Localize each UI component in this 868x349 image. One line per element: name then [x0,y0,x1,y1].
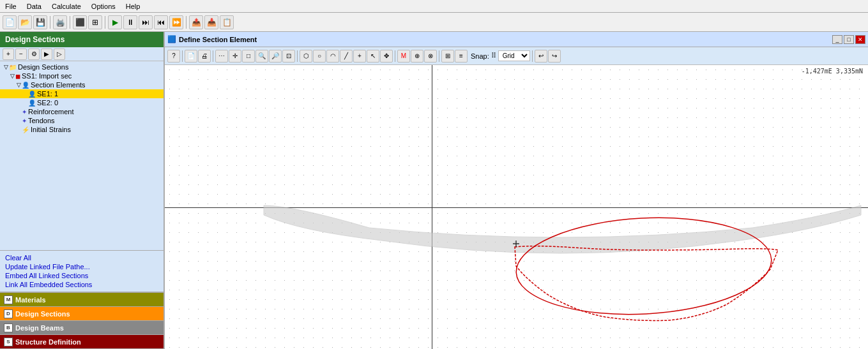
tree-root[interactable]: ▽ 📁 Design Sections [0,63,164,71]
open-button[interactable]: 📂 [18,15,32,29]
grid-button[interactable]: ⊞ [88,15,102,29]
canvas-title: 🟦 Define Section Element [167,35,257,43]
menu-data[interactable]: Data [22,1,47,11]
materials-icon: M [4,295,13,304]
fit-btn[interactable]: ⊡ [282,50,295,63]
nav-design-beams[interactable]: B Design Beams [0,321,164,335]
ctb-sep-1 [182,50,183,62]
print-section-btn[interactable]: 🖨 [198,50,211,63]
menu-help[interactable]: Help [121,1,146,11]
reinf-btn[interactable]: ⊕ [411,50,423,63]
menu-file[interactable]: File [0,1,22,11]
link-embed-all[interactable]: Embed All Linked Sections [5,271,158,280]
ctb-sep-5 [439,50,439,62]
maximize-button[interactable]: □ [844,35,854,44]
tree-se2[interactable]: 👤 SE2: 0 [0,98,164,107]
lp-tb-3[interactable]: ⚙ [28,48,40,60]
link-clear-all[interactable]: Clear All [5,253,158,262]
canvas-header: 🟦 Define Section Element _ □ ✕ [165,32,868,47]
save-button[interactable]: 💾 [33,15,47,29]
canvas-area[interactable]: -1,427mE 3,335mN [165,65,868,349]
draw-circle-btn[interactable]: ○ [313,50,326,63]
tree-is-label: Initial Strains [31,126,71,133]
tb-btn-5[interactable]: ⏭ [139,15,153,29]
redo-btn[interactable]: ↪ [548,50,561,63]
remove-button[interactable]: − [15,48,27,60]
snap-label: Snap: [471,52,489,60]
help-btn[interactable]: ? [167,50,180,63]
zoom-out-btn[interactable]: 🔎 [269,50,282,63]
lp-tb-4[interactable]: ▶ [41,48,52,60]
expand-ss1[interactable]: ▽ [9,73,15,79]
nav-design-sections-label: Design Sections [15,310,70,318]
export-button[interactable]: 📤 [189,15,203,29]
tree-ss1[interactable]: ▽ ◼ SS1: Import sec [0,71,164,80]
import-button[interactable]: 📥 [204,15,218,29]
expand-se[interactable]: ▽ [15,82,22,88]
main-toolbar: 📄 📂 💾 🖨️ ⬛ ⊞ ▶ ⏸ ⏭ ⏮ ⏩ 📤 📥 📋 [0,13,868,32]
elements-icon: 👤 [22,82,29,89]
links-section: Clear All Update Linked File Pathe... Em… [0,250,164,292]
ctb-sep-2 [213,50,213,62]
tree-se2-label: SE2: 0 [37,99,58,107]
table-view-btn[interactable]: ⊞ [441,50,454,63]
reinforcement-icon: ✦ [22,108,27,115]
tendon-btn[interactable]: ⊗ [424,50,437,63]
select-button[interactable]: ⬛ [73,15,87,29]
menu-bar: File Data Calculate Options Help [0,0,868,13]
se1-icon: 👤 [28,91,36,98]
run-button[interactable]: ▶ [108,15,122,29]
link-update-linked[interactable]: Update Linked File Pathe... [5,262,158,271]
lp-tb-5[interactable]: ▷ [54,48,65,60]
tree-section-elements[interactable]: ▽ 👤 Section Elements [0,80,164,89]
draw-line-btn[interactable]: ╱ [340,50,353,63]
cross-btn[interactable]: ✛ [229,50,241,63]
dot-grid-btn[interactable]: ⋯ [215,50,228,63]
zoom-in-btn[interactable]: 🔍 [255,50,268,63]
new-button[interactable]: 📄 [3,15,17,29]
left-panel-title: Design Sections [5,35,65,44]
canvas-toolbar: ? 📄 🖨 ⋯ ✛ □ 🔍 🔎 ⊡ ⬡ ○ ◠ ╱ + ↖ ✥ M ⊕ ⊗ ⊞ … [165,47,868,65]
draw-poly-btn[interactable]: ⬡ [300,50,312,63]
tree-initial-strains[interactable]: ⚡ Initial Strains [0,125,164,134]
tb-btn-6[interactable]: ⏮ [154,15,168,29]
table-button[interactable]: 📋 [220,15,234,29]
tb-btn-7[interactable]: ⏩ [169,15,183,29]
draw-pt-btn[interactable]: + [353,50,366,63]
move-btn[interactable]: ✥ [380,50,393,63]
svg-point-0 [514,212,773,321]
add-button[interactable]: + [3,48,14,60]
draw-arc-btn[interactable]: ◠ [326,50,339,63]
nav-materials-label: Materials [15,296,46,304]
tb-btn-4[interactable]: ⏸ [123,15,137,29]
design-sections-icon: D [4,309,13,318]
ctb-sep-3 [297,50,298,62]
tree-se1[interactable]: 👤 SE1: 1 [0,89,164,98]
snap-icon: ⠿ [491,52,496,60]
nav-design-beams-label: Design Beams [15,324,64,332]
nav-design-sections[interactable]: D Design Sections [0,307,164,321]
new-section-btn[interactable]: 📄 [185,50,197,63]
expand-root[interactable]: ▽ [3,64,9,70]
left-panel: Design Sections + − ⚙ ▶ ▷ ▽ 📁 Design Sec… [0,32,165,349]
rect-btn[interactable]: □ [242,50,255,63]
undo-btn[interactable]: ↩ [535,50,547,63]
menu-calculate[interactable]: Calculate [47,1,86,11]
tree-root-label: Design Sections [18,63,69,71]
minimize-button[interactable]: _ [832,35,842,44]
link-link-all[interactable]: Link All Embedded Sections [5,280,158,289]
canvas-window-buttons: _ □ ✕ [832,35,865,44]
tree-reinforcement[interactable]: ✦ Reinforcement [0,107,164,116]
nav-materials[interactable]: M Materials [0,293,164,307]
right-panel: 🟦 Define Section Element _ □ ✕ ? 📄 🖨 ⋯ ✛… [165,32,868,349]
snap-select[interactable]: Grid None Point [498,50,530,61]
select-tool-btn[interactable]: ↖ [367,50,379,63]
tree-tendons[interactable]: ✦ Tendons [0,116,164,125]
nav-structure-def[interactable]: S Structure Definition [0,335,164,349]
print-button[interactable]: 🖨️ [53,15,67,29]
design-beams-icon: B [4,323,13,332]
close-button[interactable]: ✕ [855,35,865,44]
props-btn[interactable]: ≡ [455,50,468,63]
menu-options[interactable]: Options [86,1,121,11]
material-btn[interactable]: M [397,50,410,63]
